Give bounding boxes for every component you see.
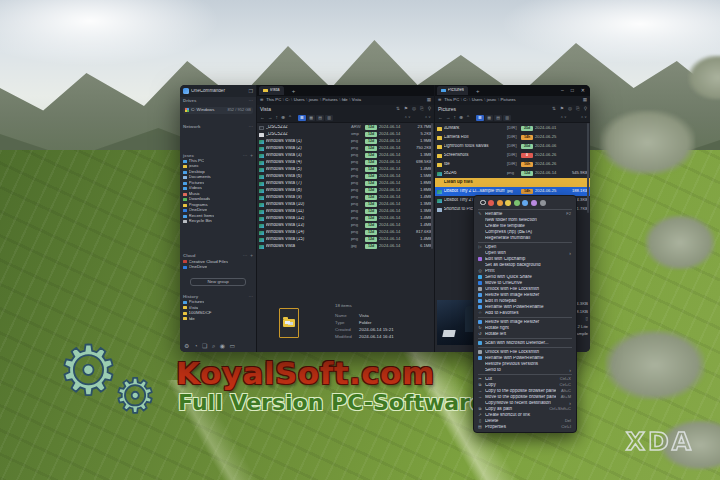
- sidebar-item-programs[interactable]: Programs: [183, 203, 253, 208]
- file-row[interactable]: Windows Vista (13)png12d2024-06-141.4MB: [257, 222, 434, 229]
- tag-color-7[interactable]: [540, 200, 546, 206]
- sidebar-item-videos[interactable]: Videos: [183, 186, 253, 191]
- clipboard-icon[interactable]: ⎘: [576, 107, 580, 112]
- file-row[interactable]: Windows Vistajpg12d2024-06-146.1MB: [257, 243, 434, 250]
- file-row[interactable]: Windows Vista (2)png12d2024-06-14750.2KB: [257, 145, 434, 152]
- menu-item-regenerate-thumbnail[interactable]: Regenerate thumbnail: [474, 235, 576, 241]
- monitor-icon[interactable]: ▭: [230, 343, 236, 349]
- tag-color-3[interactable]: [505, 200, 511, 206]
- file-row[interactable]: Windows Vista (5)png12d2024-06-141.4MB: [257, 166, 434, 173]
- sidebar-item-pictures[interactable]: Pictures: [183, 181, 253, 186]
- new-tab-button[interactable]: +: [476, 88, 480, 94]
- recent-clock-icon[interactable]: ◔: [194, 343, 198, 349]
- sidebar-item-downloads[interactable]: Downloads: [183, 197, 253, 202]
- breadcrumb-segment[interactable]: Pictures: [323, 98, 338, 102]
- breadcrumb-segment[interactable]: jxsec: [309, 98, 319, 102]
- file-row[interactable]: Windows Vista (15)png12d2024-06-141.4MB: [257, 236, 434, 243]
- sidebar-item-recent-items[interactable]: Recent Items: [183, 214, 253, 219]
- hamburger-icon[interactable]: ≣: [438, 98, 442, 103]
- sidebar-item-desktop[interactable]: Desktop: [183, 170, 253, 175]
- flag-icon[interactable]: ⚑: [404, 107, 408, 112]
- sidebar-item-vista[interactable]: Vista: [183, 305, 253, 310]
- menu-item-print[interactable]: ⎙Print: [474, 268, 576, 274]
- new-tab-button[interactable]: +: [292, 88, 296, 94]
- pin-icon[interactable]: ⚲: [428, 107, 431, 112]
- breadcrumb-segment[interactable]: C:: [463, 98, 467, 102]
- sidebar-item-recycle-bin[interactable]: Recycle Bin: [183, 219, 253, 224]
- clipboard-icon[interactable]: ⎘: [420, 107, 424, 112]
- tab-pictures[interactable]: Pictures: [437, 86, 468, 95]
- file-row[interactable]: Windows Vista (4)png12d2024-06-14698.5KB: [257, 159, 434, 166]
- drive-c-windows[interactable]: C: Windows852 / 952 GB: [183, 107, 253, 114]
- menu-item-move-to-onedrive[interactable]: Move to OneDrive: [474, 280, 576, 286]
- file-row[interactable]: Windows Vista (12)png12d2024-06-141.4MB: [257, 215, 434, 222]
- view-list-icon[interactable]: ☰: [298, 115, 306, 121]
- breadcrumb-segment[interactable]: C:: [285, 98, 289, 102]
- cloud-menu-icon[interactable]: ⋯: [243, 254, 248, 259]
- file-row[interactable]: Camera Roll[DIR]14h2024-06-25: [435, 133, 590, 142]
- sort-caret-size[interactable]: ∧ ∨: [581, 116, 587, 120]
- folder-preview-thumbnail[interactable]: [279, 308, 299, 338]
- network-menu-icon[interactable]: ⋯: [248, 125, 253, 130]
- menu-item-unlock-with-file-locksmith[interactable]: Unlock with File Locksmith: [474, 349, 576, 355]
- menu-item-scan-with-microsoft-defender[interactable]: Scan with Microsoft Defender...: [474, 340, 576, 346]
- breadcrumb-segment[interactable]: Vista: [352, 98, 361, 102]
- file-row[interactable]: 582A6png12d2024-06-14545.9KB: [435, 169, 590, 178]
- menu-item-rename[interactable]: ✎RenameF2: [474, 211, 576, 217]
- breadcrumb-segment[interactable]: Users: [294, 98, 305, 102]
- back-icon[interactable]: ←: [260, 116, 265, 121]
- menu-item-send-with-quick-share[interactable]: Send with Quick Share: [474, 274, 576, 280]
- collapse-icon[interactable]: ⌃: [288, 116, 292, 121]
- grid-toggle-icon[interactable]: ▦: [583, 98, 587, 103]
- menu-item-compress-zip-beta[interactable]: Compress (zip) (BETA): [474, 229, 576, 235]
- menu-item-rotate-right[interactable]: ↻Rotate right: [474, 325, 576, 331]
- dual-pane-icon[interactable]: ❏: [202, 343, 207, 349]
- file-row[interactable]: Screenshots[DIR]02024-06-26: [435, 151, 590, 160]
- tag-color-none[interactable]: [480, 200, 486, 206]
- view-list-icon[interactable]: ☰: [476, 115, 484, 121]
- breadcrumb-segment[interactable]: fde: [342, 98, 348, 102]
- tag-color-2[interactable]: [497, 200, 503, 206]
- toggle-layout-icon[interactable]: ❐: [249, 89, 253, 94]
- new-group-button[interactable]: New group: [190, 278, 246, 286]
- sidebar-item-jxsec[interactable]: jxsec: [183, 164, 253, 169]
- sidebar-item-100msdcf[interactable]: 100MSDCF: [183, 311, 253, 316]
- search-icon[interactable]: ⌕: [212, 343, 215, 349]
- tab-vista[interactable]: Vista: [259, 86, 284, 95]
- new-folder-icon[interactable]: ⊕: [281, 116, 285, 121]
- menu-item-edit-in-notepad[interactable]: Edit in Notepad: [474, 298, 576, 304]
- file-row[interactable]: fde[DIR]16h2024-06-26: [435, 160, 590, 169]
- sidebar-item-documents[interactable]: Documents: [183, 175, 253, 180]
- jxsec-menu-icon[interactable]: ⋯: [243, 154, 248, 159]
- view-grid-icon[interactable]: ▦: [485, 115, 493, 121]
- view-columns-icon[interactable]: ▥: [325, 115, 333, 121]
- menu-item-unlock-with-file-locksmith[interactable]: Unlock with File Locksmith: [474, 286, 576, 292]
- sort-caret-date[interactable]: ∧ ∨: [404, 116, 410, 120]
- close-button[interactable]: ✕: [581, 88, 585, 93]
- menu-item-new-folder-from-selection[interactable]: New folder from selection: [474, 217, 576, 223]
- forward-icon[interactable]: →: [446, 116, 451, 121]
- file-row[interactable]: Windows Vista (8)png12d2024-06-141.8MB: [257, 187, 434, 194]
- file-row[interactable]: Windows Vista (11)png12d2024-06-141.3MB: [257, 208, 434, 215]
- jxsec-menu-icon[interactable]: +: [250, 154, 253, 159]
- filter-icon[interactable]: ◎: [568, 107, 572, 112]
- scrollbar[interactable]: [587, 123, 589, 213]
- back-icon[interactable]: ←: [438, 116, 443, 121]
- file-row[interactable]: _DSC5232xmp12d2024-06-145.2KB: [257, 131, 434, 138]
- drives-menu-icon[interactable]: ⋯: [248, 99, 253, 104]
- menu-item-add-to-favorites[interactable]: ☆Add to Favorites: [474, 310, 576, 316]
- clean-up-files-row[interactable]: Clean up files: [435, 178, 590, 187]
- flag-icon[interactable]: ⚑: [560, 107, 564, 112]
- settings-gear-icon[interactable]: ⚙: [184, 343, 189, 349]
- sidebar-item-music[interactable]: Music: [183, 192, 253, 197]
- sort-caret-date[interactable]: ∧ ∨: [560, 116, 566, 120]
- menu-item-open-with[interactable]: Open with›: [474, 250, 576, 256]
- file-row[interactable]: Windows Vista (14)png12d2024-06-14817.6K…: [257, 229, 434, 236]
- breadcrumb-segment[interactable]: Users: [472, 98, 483, 102]
- cloud-menu-icon[interactable]: +: [250, 254, 253, 259]
- user-icon[interactable]: ◉: [220, 343, 225, 349]
- view-details-icon[interactable]: ▤: [316, 115, 324, 121]
- tag-color-5[interactable]: [522, 200, 528, 206]
- menu-item-resize-with-image-resizer[interactable]: Resize with Image Resizer: [474, 319, 576, 325]
- new-folder-icon[interactable]: ⊕: [459, 116, 463, 121]
